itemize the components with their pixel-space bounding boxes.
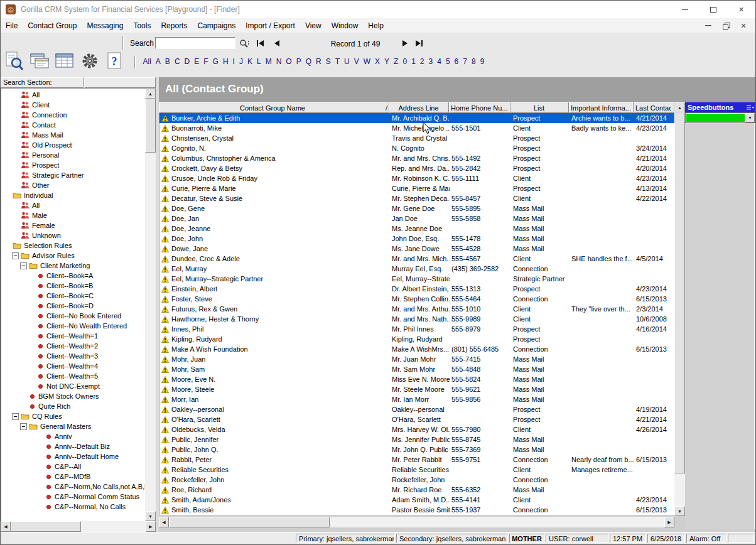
- menu-item[interactable]: Campaigns: [192, 18, 240, 33]
- column-header[interactable]: List: [510, 102, 569, 113]
- menu-item[interactable]: Contact Group: [23, 18, 82, 33]
- tree-item[interactable]: Prospect: [1, 160, 145, 170]
- alphabet-filter-button[interactable]: Y: [382, 57, 392, 66]
- table-row[interactable]: Roe, Richard Mr. Richard Roe 555-6352 Ma…: [159, 485, 674, 495]
- table-row[interactable]: Public, John Q. Mr. John Q. Public 555-7…: [159, 445, 674, 455]
- tree-item[interactable]: BGM Stock Owners: [1, 391, 145, 401]
- tree-vertical-scrollbar[interactable]: ▲ ▼: [145, 89, 156, 521]
- table-row[interactable]: Kipling, Rudyard Kipling, Rudyard Prospe…: [159, 334, 674, 344]
- alphabet-filter-button[interactable]: C: [172, 57, 182, 66]
- table-row[interactable]: Oldebucks, Velda Mrs. Harvey W. Ol... 55…: [159, 424, 674, 434]
- alphabet-filter-button[interactable]: Z: [392, 57, 401, 66]
- table-row[interactable]: Doe, Gene Mr. Gene Doe 555-5895 Mass Mai…: [159, 203, 674, 213]
- chevron-down-icon[interactable]: ▼: [745, 113, 755, 122]
- scrollbar-thumb[interactable]: [145, 99, 156, 153]
- alphabet-filter-button[interactable]: 4: [435, 57, 444, 66]
- alphabet-filter-button[interactable]: U: [342, 57, 352, 66]
- tree-item[interactable]: C&P--Normal Comm Status: [1, 492, 145, 502]
- alphabet-filter-button[interactable]: V: [352, 57, 361, 66]
- alphabet-filter-button[interactable]: N: [274, 57, 284, 66]
- alphabet-filter-button[interactable]: K: [245, 57, 254, 66]
- table-row[interactable]: Bunker, Archie & Edith Mr. Archibald Q. …: [159, 113, 674, 123]
- tree-item[interactable]: Unknown: [1, 230, 145, 240]
- tree-item[interactable]: C&P--Normal, No Calls: [1, 502, 145, 512]
- tree-item[interactable]: Client--No Wealth Entered: [1, 321, 145, 331]
- alphabet-filter-button[interactable]: O: [284, 57, 294, 66]
- table-row[interactable]: Smith, Adam/Jones Adam Smith, M.D... 555…: [159, 495, 674, 505]
- tree-expander-icon[interactable]: [12, 413, 19, 420]
- alphabet-filter-button[interactable]: S: [323, 57, 333, 66]
- menu-item[interactable]: Messaging: [82, 18, 128, 33]
- scrollbar-track[interactable]: [81, 521, 146, 532]
- tree-item[interactable]: General Masters: [1, 421, 145, 431]
- table-row[interactable]: Moore, Eve N. Miss Eve N. Moore 555-5824…: [159, 374, 674, 384]
- tree-item[interactable]: Client--Book=A: [1, 271, 145, 281]
- alphabet-filter-button[interactable]: H: [220, 57, 230, 66]
- column-header[interactable]: Important Informa...: [569, 102, 634, 113]
- alphabet-filter-button[interactable]: L: [254, 57, 263, 66]
- table-row[interactable]: Doe, Jeanne Ms. Jeanne Doe Mass Mail: [159, 224, 674, 234]
- alphabet-filter-button[interactable]: 6: [452, 57, 461, 66]
- table-row[interactable]: Dowe, Jane Ms. Jane Dowe 555-4528 Mass M…: [159, 244, 674, 254]
- table-row[interactable]: Innes, Phil Mr. Phil Innes 555-8979 Pros…: [159, 324, 674, 334]
- tree-item[interactable]: Client--No Book Entered: [1, 311, 145, 321]
- tree-expander-icon[interactable]: [20, 423, 27, 430]
- table-row[interactable]: O'Hara, Scarlett O'Hara, Scarlett Prospe…: [159, 414, 674, 424]
- table-row[interactable]: Doe, Jan Jan Doe 555-5858 Mass Mail: [159, 213, 674, 224]
- menu-item[interactable]: Reports: [156, 18, 192, 33]
- tree-item[interactable]: Female: [1, 220, 145, 230]
- scroll-left-icon[interactable]: ◀: [159, 517, 169, 527]
- scrollbar-track[interactable]: [674, 473, 685, 506]
- table-row[interactable]: Cognito, N. N. Cognito Prospect 3/24/201…: [159, 143, 674, 153]
- search-input[interactable]: [155, 37, 235, 49]
- grid-view-icon[interactable]: [55, 50, 75, 72]
- alphabet-filter-button[interactable]: G: [210, 57, 220, 66]
- scroll-down-icon[interactable]: ▼: [674, 506, 685, 516]
- tree-item[interactable]: Anniv: [1, 431, 145, 441]
- tree-item[interactable]: Client: [1, 100, 145, 110]
- alphabet-filter-button[interactable]: R: [314, 57, 324, 66]
- tree-expander-icon[interactable]: [20, 262, 27, 269]
- scrollbar-track[interactable]: [145, 153, 156, 511]
- table-row[interactable]: Futurus, Rex & Gwen Mr. and Mrs. Arthu..…: [159, 304, 674, 314]
- alphabet-filter-button[interactable]: W: [361, 57, 372, 66]
- table-row[interactable]: Buonarroti, Mike Mr. Michelangelo ... 55…: [159, 123, 674, 133]
- alphabet-filter-button[interactable]: T: [333, 57, 342, 66]
- scrollbar-track[interactable]: [330, 517, 664, 527]
- table-row[interactable]: Mohr, Sam Mr. Sam Mohr 555-4848 Mass Mai…: [159, 364, 674, 374]
- table-horizontal-scrollbar[interactable]: ◀ ▶: [159, 517, 674, 527]
- last-record-button[interactable]: [413, 38, 425, 48]
- contact-cards-icon[interactable]: [30, 50, 50, 72]
- first-record-button[interactable]: [254, 38, 267, 48]
- tree-item[interactable]: Client--Book=D: [1, 301, 145, 311]
- scroll-left-icon[interactable]: ◀: [1, 521, 11, 532]
- scroll-up-icon[interactable]: ▲: [145, 89, 156, 99]
- menu-item[interactable]: Import / Export: [240, 18, 300, 33]
- table-row[interactable]: Make A Wish Foundation Make A WishMrs...…: [159, 344, 674, 354]
- alphabet-filter-button[interactable]: P: [294, 57, 303, 66]
- tree-item[interactable]: All: [1, 90, 145, 100]
- tree-item[interactable]: Anniv--Default Biz: [1, 441, 145, 451]
- tree-item[interactable]: Old Prospect: [1, 140, 145, 150]
- tree-item[interactable]: Client--Book=C: [1, 291, 145, 301]
- alphabet-filter-button[interactable]: B: [163, 57, 172, 66]
- close-button[interactable]: ×: [727, 1, 755, 18]
- speedbutton-set-dropdown[interactable]: ▼: [685, 112, 755, 123]
- table-row[interactable]: Oakley--personal Oakley--personal Prospe…: [159, 404, 674, 414]
- scroll-down-icon[interactable]: ▼: [145, 511, 156, 521]
- alphabet-filter-button[interactable]: All: [141, 57, 153, 66]
- tree-horizontal-scrollbar[interactable]: ◀ ▶: [1, 521, 156, 532]
- mdi-minimize-button[interactable]: [703, 21, 714, 31]
- table-row[interactable]: Rabbit, Peter Mr. Peter Rabbit 555-9751 …: [159, 455, 674, 465]
- alphabet-filter-button[interactable]: 9: [478, 57, 487, 66]
- table-row[interactable]: Reliable Securities Reliable Securities …: [159, 465, 674, 475]
- tree-item[interactable]: Other: [1, 180, 145, 190]
- table-row[interactable]: Moore, Steele Mr. Steele Moore 555-9621 …: [159, 384, 674, 394]
- tree-expander-icon[interactable]: [12, 252, 19, 259]
- menu-item[interactable]: Tools: [128, 18, 156, 33]
- table-row[interactable]: Einstein, Albert Dr. Albert Einstein,...…: [159, 284, 674, 294]
- alphabet-filter-button[interactable]: D: [182, 57, 192, 66]
- prev-record-button[interactable]: [271, 38, 283, 48]
- maximize-button[interactable]: [699, 1, 727, 18]
- speedbuttons-menu-icon[interactable]: [746, 104, 754, 111]
